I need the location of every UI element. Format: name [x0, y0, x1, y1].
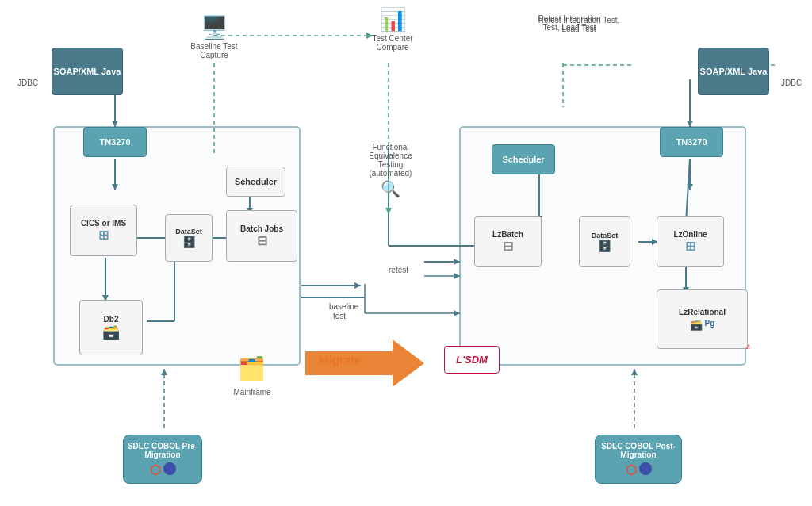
svg-text:JDBC: JDBC — [17, 79, 38, 87]
sdlc-post-migration: SDLC COBOL Post-Migration ⬡ — [595, 435, 682, 484]
svg-marker-56 — [454, 273, 460, 279]
mainframe-icon: 🗂️ — [238, 355, 266, 381]
dataset-left: DataSet 🗄️ — [165, 214, 213, 262]
svg-text:Mainframe: Mainframe — [233, 388, 271, 397]
svg-marker-21 — [354, 282, 361, 289]
svg-marker-23 — [454, 259, 460, 265]
batch-jobs: Batch Jobs ⊟ — [226, 210, 297, 262]
tn3270-right: TN3270 — [660, 127, 723, 157]
cics-or-ims: CICS or IMS ⊞ — [70, 205, 137, 256]
svg-text:baseline: baseline — [329, 302, 359, 311]
scheduler-right: Scheduler — [492, 144, 555, 174]
svg-marker-28 — [687, 184, 693, 190]
svg-marker-6 — [112, 121, 118, 127]
retest-integration-label: Retest Integration Test, Load Test — [531, 16, 626, 33]
svg-marker-8 — [112, 184, 118, 190]
sdlc-pre-migration: SDLC COBOL Pre-Migration ⬡ — [123, 435, 202, 484]
test-center-compare: 📊 Test Center Compare — [361, 6, 424, 52]
svg-text:retest: retest — [389, 266, 408, 274]
svg-marker-45 — [631, 369, 638, 375]
lsdm-box: L'SDM — [444, 346, 500, 374]
db2: Db2 🗃️ — [79, 300, 143, 355]
dataset-right: DataSet 🗄️ — [579, 216, 630, 267]
lz-online: LzOnline ⊞ — [657, 216, 724, 267]
soap-xml-java-left: SOAP/XML Java — [52, 48, 123, 95]
lz-relational: LzRelational 🗃️ Pg — [657, 289, 748, 349]
architecture-diagram: JDBC JDBC baseline test retest Mainframe… — [0, 0, 812, 506]
migrate-label: Migrate — [319, 353, 361, 366]
lz-batch: LzBatch ⊟ — [474, 216, 542, 267]
svg-line-38 — [686, 159, 690, 222]
svg-text:test: test — [333, 312, 346, 320]
baseline-test-capture: 🖥️ Baseline Test Capture — [178, 14, 250, 59]
functional-equivalence-testing: Functional Equivalence Testing (automate… — [357, 143, 424, 198]
svg-marker-43 — [161, 369, 167, 375]
scheduler-left: Scheduler — [226, 167, 285, 197]
svg-text:JDBC: JDBC — [781, 79, 802, 87]
svg-marker-54 — [454, 310, 460, 316]
tn3270-left: TN3270 — [83, 127, 147, 157]
soap-xml-java-right: SOAP/XML Java — [698, 48, 769, 95]
svg-marker-51 — [385, 208, 392, 214]
svg-marker-26 — [687, 121, 693, 127]
